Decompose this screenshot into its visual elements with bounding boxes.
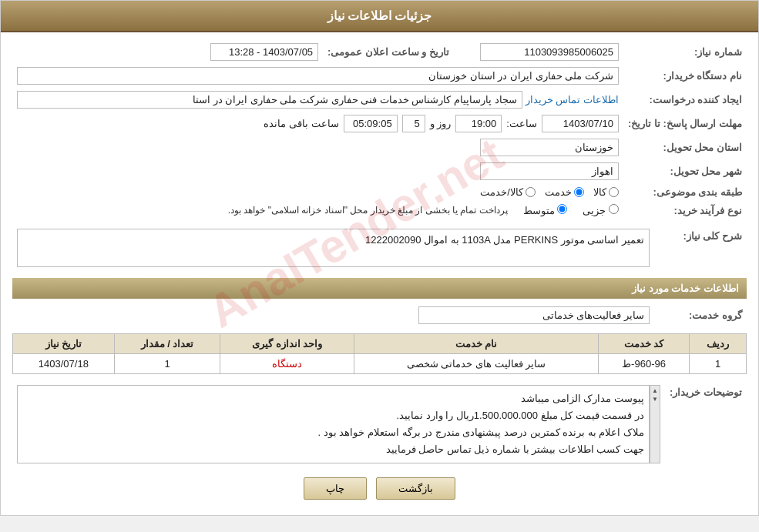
purchase-type-label: نوع فرآیند خرید: bbox=[623, 201, 747, 219]
category-khedmat-label: خدمت bbox=[545, 186, 572, 198]
table-row: 1 960-96-ط سایر فعالیت های خدماتی شخصی د… bbox=[13, 354, 747, 374]
purchase-type-note: پرداخت تمام یا بخشی از مبلغ خریدار محل "… bbox=[228, 205, 508, 216]
need-number-value: 1103093985006025 bbox=[480, 43, 619, 61]
notes-line: در قسمت قیمت کل مبلغ 1.500.000.000ریال ر… bbox=[22, 407, 644, 424]
city-label: شهر محل تحویل: bbox=[623, 159, 747, 183]
category-kala-option[interactable]: کالا bbox=[593, 186, 619, 198]
category-khedmat-option[interactable]: خدمت bbox=[545, 186, 584, 198]
deadline-remaining: 05:09:05 bbox=[344, 115, 398, 132]
button-row: بازگشت چاپ bbox=[12, 477, 747, 500]
purchase-jazii-option[interactable]: جزیی bbox=[583, 204, 619, 216]
deadline-remaining-label: ساعت باقی مانده bbox=[264, 118, 338, 129]
purchase-motavaset-option[interactable]: متوسط bbox=[523, 204, 568, 216]
need-number-label: شماره نیاز: bbox=[623, 40, 747, 64]
col-unit: واحد اندازه گیری bbox=[220, 334, 354, 354]
purchase-motavaset-radio[interactable] bbox=[557, 204, 567, 214]
scroll-down-arrow[interactable]: ▼ bbox=[652, 396, 658, 403]
category-khedmat-radio[interactable] bbox=[574, 187, 584, 197]
cell-code: 960-96-ط bbox=[598, 354, 689, 374]
org-name-label: نام دستگاه خریدار: bbox=[623, 64, 747, 88]
category-kala-radio[interactable] bbox=[609, 187, 619, 197]
col-index: ردیف bbox=[690, 334, 747, 354]
service-group-table: گروه خدمت: سایر فعالیت‌های خدماتی bbox=[12, 303, 747, 327]
announce-date-label: تاریخ و ساعت اعلان عمومی: bbox=[323, 40, 454, 64]
cell-unit: دستگاه bbox=[220, 354, 354, 374]
notes-label: توضیحات خریدار: bbox=[665, 382, 747, 467]
cell-quantity: 1 bbox=[114, 354, 220, 374]
deadline-label: مهلت ارسال پاسخ: تا تاریخ: bbox=[623, 112, 747, 136]
category-kala-khedmat-radio[interactable] bbox=[526, 187, 536, 197]
page-header: جزئیات اطلاعات نیاز bbox=[1, 1, 758, 32]
service-group-label: گروه خدمت: bbox=[654, 303, 747, 327]
deadline-date: 1403/07/10 bbox=[542, 115, 619, 132]
print-button[interactable]: چاپ bbox=[304, 477, 367, 500]
col-name: نام خدمت bbox=[354, 334, 599, 354]
notes-content: پیوست مدارک الزامی میباشددر قسمت قیمت کل… bbox=[17, 385, 650, 463]
service-section-header: اطلاعات خدمات مورد نیاز bbox=[12, 278, 747, 299]
cell-index: 1 bbox=[690, 354, 747, 374]
purchase-jazii-radio[interactable] bbox=[609, 204, 619, 214]
main-info-table: شماره نیاز: 1103093985006025 تاریخ و ساع… bbox=[12, 40, 747, 219]
deadline-days-label: روز و bbox=[430, 118, 452, 129]
category-label: طبقه بندی موضوعی: bbox=[623, 183, 747, 201]
notes-scrollbar[interactable]: ▲ ▼ bbox=[650, 385, 660, 463]
province-value: خوزستان bbox=[480, 139, 619, 156]
col-quantity: تعداد / مقدار bbox=[114, 334, 220, 354]
col-code: کد خدمت bbox=[598, 334, 689, 354]
services-table: ردیف کد خدمت نام خدمت واحد اندازه گیری ت… bbox=[12, 333, 747, 374]
notes-line: پیوست مدارک الزامی میباشد bbox=[22, 390, 644, 407]
category-kala-khedmat-label: کالا/خدمت bbox=[480, 186, 523, 198]
deadline-days: 5 bbox=[402, 115, 425, 132]
notes-line: ملاک اعلام به برنده کمترین درصد پیشنهادی… bbox=[22, 424, 644, 441]
creator-value: سجاد پارساپیام کارشناس خدمات فنی حفاری ش… bbox=[17, 91, 522, 109]
col-date: تاریخ نیاز bbox=[13, 334, 115, 354]
deadline-time-label: ساعت: bbox=[506, 118, 537, 129]
category-kala-khedmat-option[interactable]: کالا/خدمت bbox=[480, 186, 536, 198]
need-description-table: شرح کلی نیاز: تعمیر اساسی موتور PERKINS … bbox=[12, 226, 747, 270]
category-kala-label: کالا bbox=[593, 186, 606, 198]
contact-link[interactable]: اطلاعات تماس خریدار bbox=[526, 94, 619, 105]
creator-label: ایجاد کننده درخواست: bbox=[623, 88, 747, 112]
need-desc-label: شرح کلی نیاز: bbox=[654, 226, 747, 270]
province-label: استان محل تحویل: bbox=[623, 136, 747, 159]
scroll-up-arrow[interactable]: ▲ bbox=[652, 387, 658, 394]
purchase-motavaset-label: متوسط bbox=[523, 205, 555, 216]
announce-date-value: 1403/07/05 - 13:28 bbox=[210, 43, 318, 61]
page-title: جزئیات اطلاعات نیاز bbox=[327, 9, 432, 22]
back-button[interactable]: بازگشت bbox=[376, 477, 455, 500]
notes-table: توضیحات خریدار: ▲ ▼ پیوست مدارک الزامی م… bbox=[12, 382, 747, 467]
city-value: اهواز bbox=[480, 162, 619, 180]
deadline-time: 19:00 bbox=[455, 115, 502, 132]
service-group-value: سایر فعالیت‌های خدماتی bbox=[418, 306, 650, 324]
purchase-jazii-label: جزیی bbox=[583, 205, 606, 216]
org-name-value: شرکت ملی حفاری ایران در استان خوزستان bbox=[17, 67, 619, 85]
cell-date: 1403/07/18 bbox=[13, 354, 115, 374]
cell-name: سایر فعالیت های خدماتی شخصی bbox=[354, 354, 599, 374]
notes-line: جهت کسب اطلاعات بیشتر با شماره ذیل تماس … bbox=[22, 441, 644, 458]
need-desc-value: تعمیر اساسی موتور PERKINS مدل 1103A به ا… bbox=[17, 229, 650, 267]
